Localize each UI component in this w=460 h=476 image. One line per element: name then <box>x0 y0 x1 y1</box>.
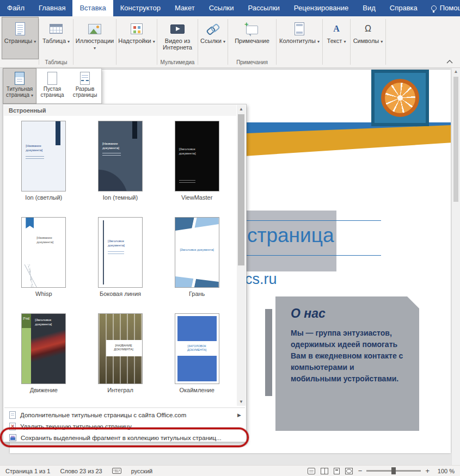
gallery-scrollbar[interactable]: ▲ ▼ <box>237 105 246 406</box>
read-mode-icon[interactable] <box>321 468 328 474</box>
ribbon-tab-bar: Файл Главная Вставка Конструктор Макет С… <box>0 0 460 16</box>
group-label-text <box>323 59 349 67</box>
gallery-section-header: Встроенный <box>4 105 236 116</box>
zoom-slider[interactable] <box>366 470 421 472</box>
insert-illustrations-button[interactable]: Иллюстрации ▾ <box>74 17 115 59</box>
ribbon-group-multimedia: Видео из Интернета Мультимедиа <box>158 16 197 67</box>
insert-pages-button[interactable]: Страницы ▾ <box>2 17 38 59</box>
chevron-down-icon: ▾ <box>317 39 320 44</box>
ribbon-group-addins: Надстройки ▾ <box>117 16 156 67</box>
status-bar-right: − + 100 % <box>308 467 455 475</box>
cover-template-name: Окаймление <box>180 387 214 393</box>
status-bar: Страница 1 из 1 Слово 23 из 23 русский −… <box>0 465 460 476</box>
document-scrollbar-thumb[interactable] <box>453 77 458 202</box>
cover-template-sideline[interactable]: [Заголовок документа] Боковая линия <box>82 214 159 310</box>
notes-view-icon[interactable] <box>308 468 315 474</box>
title-rule-top <box>245 220 381 221</box>
addins-icon <box>131 23 143 34</box>
cover-template-ion-dark[interactable]: [Название документа] Ion (темный) <box>82 118 159 214</box>
tab-insert[interactable]: Вставка <box>72 0 113 16</box>
ribbon-group-symbols: Символы ▾ <box>351 16 385 67</box>
insert-comment-button[interactable]: Примечание <box>229 17 275 59</box>
tab-mailings[interactable]: Рассылки <box>241 0 286 16</box>
tab-layout[interactable]: Макет <box>168 0 202 16</box>
group-label-multimedia: Мультимедиа <box>158 59 197 67</box>
tab-home[interactable]: Главная <box>32 0 72 16</box>
cover-template-ion-light[interactable]: [Название документа] Ion (светлый) <box>5 118 82 214</box>
word-count-indicator[interactable]: Слово 23 из 23 <box>60 468 102 474</box>
insert-header-footer-button[interactable]: Колонтитулы ▾ <box>277 17 322 59</box>
insert-links-button[interactable]: Ссылки ▾ <box>199 17 227 59</box>
language-indicator[interactable]: русский <box>131 468 152 474</box>
cover-template-viewmaster[interactable]: [Заголовок документа] ViewMaster <box>158 118 235 214</box>
document-scrollbar[interactable]: ▲ <box>451 68 460 465</box>
cover-thumbnail: [НАЗВАНИЕ ДОКУМЕНТА] <box>98 313 143 384</box>
gallery-scroll-up-icon[interactable]: ▲ <box>237 105 246 113</box>
cover-template-bordered[interactable]: [ЗАГОЛОВОК ДОКУМЕНТА] Окаймление <box>158 310 235 406</box>
ribbon-group-tables: Таблица ▾ Таблицы <box>40 16 72 67</box>
chevron-up-icon <box>446 60 453 64</box>
online-cover-pages-icon <box>9 411 16 419</box>
gallery-scroll-down-icon[interactable]: ▼ <box>237 398 246 406</box>
chevron-down-icon: ▾ <box>68 39 70 44</box>
collapse-ribbon-button[interactable] <box>445 57 455 66</box>
ribbon-group-text: Текст ▾ <box>323 16 349 67</box>
tab-references[interactable]: Ссылки <box>202 0 241 16</box>
remove-cover-page-menu-item[interactable]: Удалить текущую титульную страницу <box>4 421 246 432</box>
keyboard-icon[interactable] <box>112 468 121 474</box>
blank-page-button[interactable]: Пустая страница <box>36 69 69 103</box>
cover-template-name: Ion (темный) <box>103 194 138 201</box>
cover-page-button[interactable]: Титульная страница ▾ <box>3 69 36 103</box>
ribbon-divider <box>73 19 73 65</box>
cover-template-whisp[interactable]: [Название документа] Whisp <box>5 214 82 310</box>
print-layout-icon[interactable] <box>334 468 340 474</box>
gallery-scrollbar-thumb[interactable] <box>238 114 244 265</box>
cover-thumbnail: [Заголовок документа] <box>98 217 143 288</box>
insert-table-button[interactable]: Таблица ▾ <box>40 17 72 59</box>
zoom-slider-thumb[interactable] <box>391 467 396 474</box>
save-selection-to-gallery-menu-item[interactable]: Сохранить выделенный фрагмент в коллекци… <box>4 432 246 443</box>
ribbon-divider <box>39 19 39 65</box>
cover-template-integral[interactable]: [НАЗВАНИЕ ДОКУМЕНТА] Интеграл <box>82 310 159 406</box>
cover-template-name: Движение <box>30 387 58 393</box>
scroll-up-icon[interactable]: ▲ <box>452 68 460 76</box>
about-heading: О нас <box>275 296 419 321</box>
ribbon-divider <box>322 19 323 65</box>
cover-template-name: Интеграл <box>107 387 133 393</box>
help-menu-button[interactable]: Помощь <box>425 0 460 16</box>
gallery-menu: Дополнительные титульные страницы с сайт… <box>4 409 246 443</box>
chevron-down-icon: ▾ <box>94 46 96 51</box>
page-number-indicator[interactable]: Страница 1 из 1 <box>5 468 50 474</box>
zoom-level-indicator[interactable]: 100 % <box>435 468 455 474</box>
save-selection-icon <box>9 434 16 441</box>
tab-design[interactable]: Конструктор <box>113 0 168 16</box>
tab-help[interactable]: Справка <box>383 0 425 16</box>
status-bar-left: Страница 1 из 1 Слово 23 из 23 русский <box>5 468 152 474</box>
cover-template-motion[interactable]: [Год] [Заголовок документа] Движение <box>5 310 82 406</box>
tab-view[interactable]: Вид <box>355 0 383 16</box>
cover-page-gallery: Встроенный [Название документа] Ion (све… <box>3 104 247 442</box>
tab-review[interactable]: Рецензирование <box>287 0 355 16</box>
zoom-in-button[interactable]: + <box>425 467 430 475</box>
ribbon-divider <box>350 19 351 65</box>
group-label-addins <box>117 59 156 67</box>
tab-file[interactable]: Файл <box>0 0 32 16</box>
cover-page-icon <box>15 72 24 85</box>
chevron-down-icon: ▾ <box>344 39 346 44</box>
insert-addins-button[interactable]: Надстройки ▾ <box>117 17 156 59</box>
cover-template-facet[interactable]: [Заголовок документа] Грань <box>158 214 235 310</box>
insert-online-video-button[interactable]: Видео из Интернета <box>158 17 197 59</box>
group-label-links <box>199 59 227 67</box>
cover-thumbnail: [ЗАГОЛОВОК ДОКУМЕНТА] <box>175 313 219 384</box>
insert-symbols-button[interactable]: Символы ▾ <box>351 17 385 59</box>
page-break-button[interactable]: Разрыв страницы <box>69 69 101 103</box>
pages-icon <box>15 22 25 35</box>
web-layout-icon[interactable] <box>345 468 353 474</box>
video-icon <box>170 24 185 34</box>
insert-text-button[interactable]: Текст ▾ <box>323 17 349 59</box>
more-cover-pages-menu-item[interactable]: Дополнительные титульные страницы с сайт… <box>4 409 246 421</box>
zoom-out-button[interactable]: − <box>358 467 363 475</box>
ribbon-divider <box>116 19 116 65</box>
ribbon-group-pages: Страницы ▾ <box>2 16 38 67</box>
site-url-text: cs.ru <box>245 271 277 288</box>
